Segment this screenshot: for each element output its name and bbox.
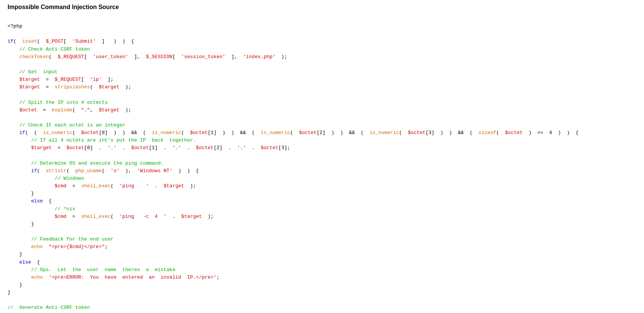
page-title: Impossible Command Injection Source (8, 4, 636, 11)
code-block: <?php if( isset( $_POST[ 'Submit' ] ) ) … (8, 15, 636, 313)
line-if1: if (8, 39, 14, 44)
page-container: Impossible Command Injection Source <?ph… (0, 0, 644, 313)
php-open-tag: <?php (8, 23, 22, 29)
